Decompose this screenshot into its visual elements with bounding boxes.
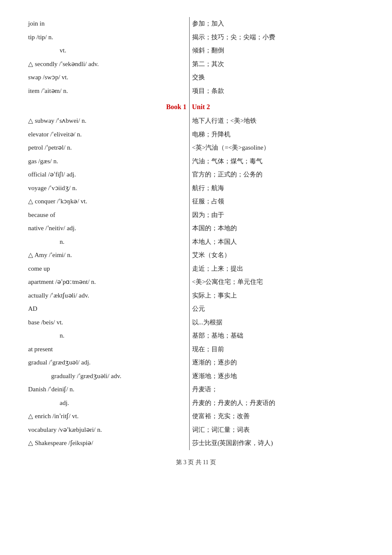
entry-right: 现在；目前	[189, 343, 366, 356]
entry-left: item /ˈaitəm/ n.	[26, 84, 189, 98]
entry-left: n.	[26, 329, 189, 343]
table-row: at present现在；目前	[26, 343, 366, 356]
entry-right: 参加；加入	[189, 17, 366, 31]
table-row: △ secondly /ˈsekəndli/ adv.第二；其次	[26, 58, 366, 71]
unit-label: Unit 2	[189, 98, 366, 114]
entry-right: 项目；条款	[189, 84, 366, 98]
entry-left: gradual /ˈgrædʒuəl/ adj.	[26, 356, 189, 370]
vocabulary-table: join in参加；加入tip /tip/ n.揭示；技巧；尖；尖端；小费vt.…	[26, 17, 366, 450]
entry-left: vocabulary /vəˈkæbjuləri/ n.	[26, 423, 189, 437]
table-row: gas /gæs/ n.汽油；气体；煤气；毒气	[26, 155, 366, 168]
entry-left: △ secondly /ˈsekəndli/ adv.	[26, 58, 189, 71]
entry-left: △ conquer /ˈkɔŋkə/ vt.	[26, 195, 189, 208]
entry-right: 艾米（女名）	[189, 249, 366, 262]
entry-left: swap /swɔp/ vt.	[26, 71, 189, 84]
table-row: item /ˈaitəm/ n.项目；条款	[26, 84, 366, 98]
entry-right: 本地人；本国人	[189, 235, 366, 249]
entry-left: base /beis/ vt.	[26, 316, 189, 330]
table-row: come up走近；上来；提出	[26, 262, 366, 276]
page-footer: 第 3 页 共 11 页	[26, 459, 366, 466]
entry-left: elevator /ˈeliveitə/ n.	[26, 128, 189, 142]
entry-right: 本国的；本地的	[189, 222, 366, 235]
entry-right: 丹麦语；	[189, 383, 366, 396]
table-row: join in参加；加入	[26, 17, 366, 31]
table-row: voyage /ˈvɔiidʒ/ n.航行；航海	[26, 182, 366, 195]
entry-right: 汽油；气体；煤气；毒气	[189, 155, 366, 168]
entry-right: <美>公寓住宅；单元住宅	[189, 275, 366, 289]
entry-right: 走近；上来；提出	[189, 262, 366, 276]
entry-left: gas /gæs/ n.	[26, 155, 189, 168]
table-row: base /beis/ vt.以...为根据	[26, 316, 366, 330]
table-row: swap /swɔp/ vt.交换	[26, 71, 366, 84]
entry-left: actually /ˈæktʃuəli/ adv.	[26, 289, 189, 303]
table-row: △ subway /ˈsʌbwei/ n.地下人行道；<美>地铁	[26, 114, 366, 128]
entry-right: 丹麦的；丹麦的人；丹麦语的	[189, 396, 366, 410]
page-content: join in参加；加入tip /tip/ n.揭示；技巧；尖；尖端；小费vt.…	[26, 17, 366, 466]
entry-left: △ Amy /ˈeimi/ n.	[26, 249, 189, 262]
entry-left: △ subway /ˈsʌbwei/ n.	[26, 114, 189, 128]
entry-left: petrol /ˈpetrəl/ n.	[26, 141, 189, 155]
table-row: because of因为；由于	[26, 208, 366, 222]
entry-right: 莎士比亚(英国剧作家，诗人)	[189, 436, 366, 450]
table-row: vocabulary /vəˈkæbjuləri/ n.词汇；词汇量；词表	[26, 423, 366, 437]
entry-left: vt.	[26, 44, 189, 58]
entry-right: 以...为根据	[189, 316, 366, 330]
table-row: petrol /ˈpetrəl/ n.<英>汽油（=<美>gasoline）	[26, 141, 366, 155]
entry-left: Danish /ˈdeiniʃ/ n.	[26, 383, 189, 396]
entry-left: tip /tip/ n.	[26, 31, 189, 44]
entry-left: △ enrich /inˈritʃ/ vt.	[26, 410, 189, 423]
entry-right: 交换	[189, 71, 366, 84]
entry-right: <英>汽油（=<美>gasoline）	[189, 141, 366, 155]
table-row: official /əˈfiʃl/ adj.官方的；正式的；公务的	[26, 168, 366, 182]
entry-left: gradually /ˈgrædʒuəli/ adv.	[26, 370, 189, 383]
table-row: gradually /ˈgrædʒuəli/ adv.逐渐地；逐步地	[26, 370, 366, 383]
table-row: vt.倾斜；翻倒	[26, 44, 366, 58]
entry-right: 地下人行道；<美>地铁	[189, 114, 366, 128]
entry-right: 因为；由于	[189, 208, 366, 222]
entry-left: join in	[26, 17, 189, 31]
entry-right: 词汇；词汇量；词表	[189, 423, 366, 437]
entry-left: adj.	[26, 396, 189, 410]
table-row: elevator /ˈeliveitə/ n.电梯；升降机	[26, 128, 366, 142]
entry-right: 航行；航海	[189, 182, 366, 195]
table-row: △ conquer /ˈkɔŋkə/ vt.征服；占领	[26, 195, 366, 208]
entry-right: 揭示；技巧；尖；尖端；小费	[189, 31, 366, 44]
table-row: gradual /ˈgrædʒuəl/ adj.逐渐的；逐步的	[26, 356, 366, 370]
entry-left: because of	[26, 208, 189, 222]
entry-right: 第二；其次	[189, 58, 366, 71]
book-label: Book 1	[26, 98, 189, 114]
table-row: △ Amy /ˈeimi/ n.艾米（女名）	[26, 249, 366, 262]
entry-right: 基部；基地；基础	[189, 329, 366, 343]
entry-left: n.	[26, 235, 189, 249]
section-header-row: Book 1 Unit 2	[26, 98, 366, 114]
table-row: △ enrich /inˈritʃ/ vt.使富裕；充实；改善	[26, 410, 366, 423]
table-row: AD公元	[26, 302, 366, 316]
entry-left: official /əˈfiʃl/ adj.	[26, 168, 189, 182]
table-row: Danish /ˈdeiniʃ/ n.丹麦语；	[26, 383, 366, 396]
table-row: n.基部；基地；基础	[26, 329, 366, 343]
entry-left: at present	[26, 343, 189, 356]
entry-left: come up	[26, 262, 189, 276]
entry-right: 征服；占领	[189, 195, 366, 208]
entry-left: AD	[26, 302, 189, 316]
table-row: △ Shakespeare /ʃeikspiə/莎士比亚(英国剧作家，诗人)	[26, 436, 366, 450]
entry-right: 使富裕；充实；改善	[189, 410, 366, 423]
entry-right: 倾斜；翻倒	[189, 44, 366, 58]
table-row: adj.丹麦的；丹麦的人；丹麦语的	[26, 396, 366, 410]
entry-right: 逐渐的；逐步的	[189, 356, 366, 370]
table-row: native /ˈneitiv/ adj.本国的；本地的	[26, 222, 366, 235]
entry-right: 电梯；升降机	[189, 128, 366, 142]
entry-left: voyage /ˈvɔiidʒ/ n.	[26, 182, 189, 195]
table-row: n.本地人；本国人	[26, 235, 366, 249]
table-row: actually /ˈæktʃuəli/ adv.实际上；事实上	[26, 289, 366, 303]
table-row: tip /tip/ n.揭示；技巧；尖；尖端；小费	[26, 31, 366, 44]
entry-left: apartment /əˈpɑːtmənt/ n.	[26, 275, 189, 289]
entry-right: 官方的；正式的；公务的	[189, 168, 366, 182]
entry-right: 公元	[189, 302, 366, 316]
entry-right: 逐渐地；逐步地	[189, 370, 366, 383]
table-row: apartment /əˈpɑːtmənt/ n.<美>公寓住宅；单元住宅	[26, 275, 366, 289]
entry-left: native /ˈneitiv/ adj.	[26, 222, 189, 235]
entry-left: △ Shakespeare /ʃeikspiə/	[26, 436, 189, 450]
entry-right: 实际上；事实上	[189, 289, 366, 303]
